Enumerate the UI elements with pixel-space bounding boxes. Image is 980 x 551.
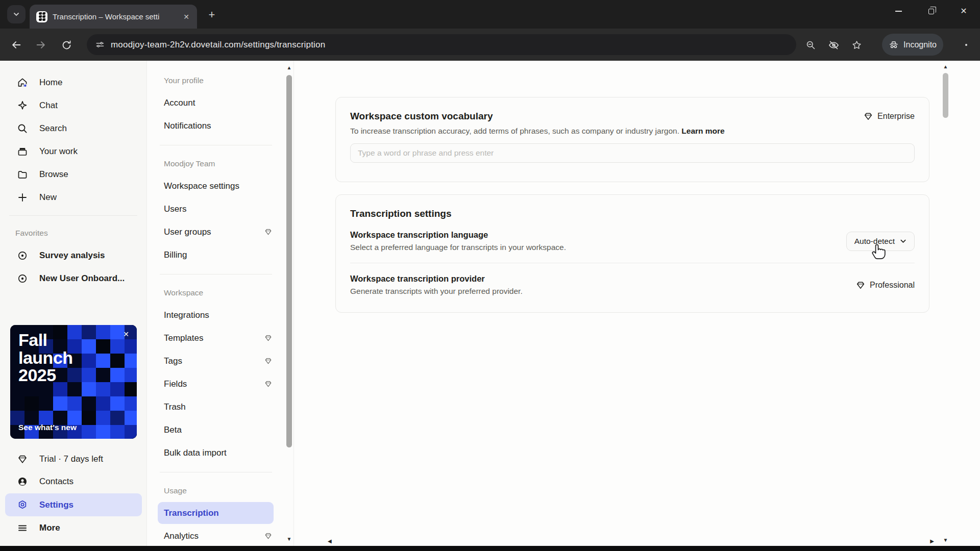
url-bar[interactable]: moodjoy-team-2h2v.dovetail.com/settings/… [87,34,796,55]
settings-nav-item-account[interactable]: Account [148,91,284,114]
settings-nav-item-transcription-selected[interactable]: Transcription [148,502,284,524]
settings-nav-item-trash[interactable]: Trash [148,395,284,418]
row-title: Workspace transcription provider [350,274,523,284]
back-button[interactable] [7,36,26,54]
sidebar-item-label: Browse [39,169,68,180]
page-horizontal-scrollbar[interactable]: ◀ ▶ [327,538,935,546]
fall-launch-promo-card[interactable]: Fall launch 2025 See what's new ✕ [10,325,137,439]
forward-arrow-icon [35,39,46,51]
sidebar-item-label: Chat [39,101,58,111]
sidebar-item-new[interactable]: New [0,186,146,209]
sidebar-item-search[interactable]: Search [0,117,146,140]
sidebar-item-chat[interactable]: Chat [0,94,146,117]
sidebar-item-label: Contacts [39,477,74,487]
sidebar-item-trial[interactable]: Trial · 7 days left [0,448,147,470]
settings-nav-item-templates[interactable]: Templates [148,327,284,349]
section-label-your-profile: Your profile [148,70,284,91]
settings-nav-item-beta[interactable]: Beta [148,418,284,441]
settings-nav: Your profile Account Notifications Moodj… [148,61,284,546]
app-sidebar: Home Chat Search Your work Brows [0,61,147,546]
gem-icon [856,281,865,290]
sidebar-item-label: Home [39,78,62,88]
favorite-item-label: Survey analysis [39,251,105,261]
tab-search-button[interactable] [7,5,26,23]
tab-close-icon[interactable]: ✕ [181,11,192,22]
window-restore-button[interactable] [915,0,947,22]
settings-nav-item-billing[interactable]: Billing [148,243,284,266]
browser-tab[interactable]: Transcription – Workspace setti ✕ [30,5,197,29]
scroll-up-icon[interactable]: ▲ [941,64,950,69]
sidebar-item-more[interactable]: More [0,517,147,539]
settings-nav-item-bulk-data-import[interactable]: Bulk data import [148,441,284,464]
plan-gem-icon [264,357,272,365]
hamburger-icon [17,522,28,534]
sidebar-item-settings-selected[interactable]: Settings [5,493,142,516]
settings-nav-item-notifications[interactable]: Notifications [148,114,284,137]
scroll-right-icon[interactable]: ▶ [930,538,934,544]
settings-nav-item-users[interactable]: Users [148,197,284,220]
scroll-up-icon[interactable]: ▲ [284,65,294,70]
divider [9,215,137,216]
transcription-settings-page: Workspace custom vocabulary Enterprise T… [295,61,980,546]
section-label-moodjoy-team: Moodjoy Team [148,153,284,174]
row-description: Generate transcripts with your preferred… [350,287,523,296]
incognito-badge[interactable]: Incognito [882,34,943,56]
incognito-label: Incognito [903,40,937,49]
custom-vocabulary-card: Workspace custom vocabulary Enterprise T… [335,97,929,182]
scroll-left-icon[interactable]: ◀ [328,538,332,544]
favorite-item-survey-analysis[interactable]: Survey analysis [0,244,146,267]
star-icon [851,40,862,51]
promo-close-icon[interactable]: ✕ [121,329,131,339]
sidebar-item-browse[interactable]: Browse [0,163,146,186]
restore-icon [928,9,934,14]
settings-nav-scrollbar[interactable]: ▲ ▼ [284,61,294,546]
reload-icon [61,40,72,51]
settings-nav-item-analytics[interactable]: Analytics [148,524,284,546]
browser-menu-button[interactable] [959,37,974,53]
window-controls: ✕ [882,0,980,22]
settings-nav-item-integrations[interactable]: Integrations [148,304,284,327]
divider [160,274,272,274]
sidebar-item-home[interactable]: Home [0,71,146,94]
settings-nav-item-tags[interactable]: Tags [148,349,284,372]
scroll-down-icon[interactable]: ▼ [941,537,950,543]
plus-icon [17,192,28,203]
language-select-button[interactable]: Auto-detect [846,232,915,251]
window-bottom-edge [0,546,980,551]
new-tab-button[interactable]: + [204,7,219,22]
promo-cta-link[interactable]: See what's new [18,423,77,432]
plan-gem-icon [264,228,272,236]
settings-hex-icon [17,499,28,511]
eye-off-icon [828,39,840,51]
window-minimize-button[interactable] [882,0,915,22]
favorite-item-new-user-onboarding[interactable]: New User Onboard... [0,267,146,290]
vocabulary-input[interactable] [350,143,915,163]
window-close-button[interactable]: ✕ [947,0,980,22]
settings-nav-item-workspace-settings[interactable]: Workspace settings [148,174,284,197]
scroll-down-icon[interactable]: ▼ [284,536,294,542]
settings-nav-item-fields[interactable]: Fields [148,372,284,395]
sidebar-item-label: More [39,523,60,533]
learn-more-link[interactable]: Learn more [681,127,724,135]
sidebar-item-your-work[interactable]: Your work [0,140,146,163]
promo-title: Fall launch 2025 [18,331,73,384]
bookmark-button[interactable] [848,37,865,53]
page-vertical-scrollbar[interactable]: ▲ ▼ [941,61,950,546]
gem-icon [17,454,28,465]
scrollbar-thumb[interactable] [943,73,948,118]
sparkle-icon [17,100,28,111]
divider [160,472,272,472]
plan-label: Professional [870,281,915,290]
zoom-button[interactable] [802,37,819,53]
browser-window: Transcription – Workspace setti ✕ + ✕ mo… [0,0,980,551]
sidebar-item-label: Trial · 7 days left [39,454,103,464]
forward-button[interactable] [32,36,50,54]
three-dots-icon [965,44,967,46]
settings-nav-item-user-groups[interactable]: User groups [148,220,284,243]
reload-button[interactable] [57,36,76,54]
card-description: To increase transcription accuracy, add … [350,127,915,136]
preview-hidden-button[interactable] [825,37,842,53]
url-text: moodjoy-team-2h2v.dovetail.com/settings/… [111,40,325,50]
sidebar-item-contacts[interactable]: Contacts [0,470,147,493]
scrollbar-thumb[interactable] [286,75,292,447]
